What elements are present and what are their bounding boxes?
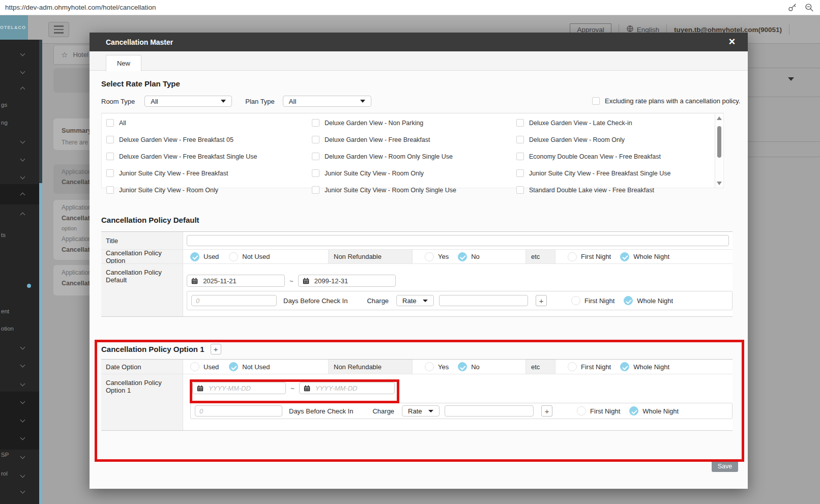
not-used-radio[interactable] [229,252,238,261]
brand-logo[interactable]: OTEL&CO [0,15,28,40]
option1-charge-value-input[interactable] [445,405,534,417]
date-to-field[interactable] [298,275,396,287]
calendar-icon [303,277,309,285]
sidebar-item-fragment[interactable]: rol [1,470,8,477]
option1-date-to-field[interactable] [299,382,395,394]
rate-plan-checkbox[interactable] [312,153,319,160]
rate-plan-checkbox[interactable] [312,119,319,127]
rate-plan-checkbox[interactable] [516,186,524,194]
policy-default-heading: Cancellation Policy Default [101,216,199,224]
charge-value-input[interactable] [439,295,528,306]
url-text[interactable]: https://dev-adm.ohmyhotel.com/hotel/canc… [5,4,156,11]
sidebar-item-fragment[interactable]: otion [1,325,14,332]
first-night-radio[interactable] [577,406,586,416]
rate-plan-checkbox[interactable] [312,169,319,177]
option1-charge-type-select[interactable]: Rate [402,405,440,417]
tab-new[interactable]: New [106,55,141,71]
rate-plan-checkbox[interactable] [106,119,114,127]
non-refundable-label: Non Refundable [328,360,413,374]
charge-type-select[interactable]: Rate [396,295,434,306]
add-charge-row-button[interactable]: + [536,295,547,306]
browser-url-bar: https://dev-adm.ohmyhotel.com/hotel/canc… [0,0,820,15]
date-from-input[interactable] [202,277,280,285]
scroll-thumb[interactable] [717,126,721,158]
rate-plan-checkbox[interactable] [106,153,114,160]
rate-plan-filters: Room Type All Plan Type All [101,96,371,107]
not-used-radio[interactable] [229,362,238,371]
yes-radio[interactable] [425,362,434,371]
rate-plan-checkbox[interactable] [312,136,319,143]
date-to-input[interactable] [313,277,391,285]
sidebar-item-fragment[interactable]: ts [1,232,6,238]
date-option-row: Date Option Used Not Used Non Refundable… [101,360,733,374]
plan-type-label: Plan Type [245,98,275,105]
title-row: Title [101,232,733,249]
sidebar-item-fragment[interactable]: ng [1,120,8,126]
used-radio[interactable] [190,362,199,371]
calendar-icon [304,384,310,392]
rate-plan-row: Deluxe Garden View - Free Breakfast 05 D… [102,132,723,147]
date-from-field[interactable] [187,275,285,287]
option1-date-from-input[interactable] [208,384,281,393]
modal-title: Cancellation Master [106,38,173,46]
sidebar-edge-strip-teal [39,183,42,504]
room-type-select[interactable]: All [144,96,232,107]
no-radio[interactable] [458,362,467,371]
rate-plan-row: Junior Suite City View - Room Only Junio… [102,183,723,197]
whole-night-radio[interactable] [629,406,638,416]
rate-plan-checkbox[interactable] [516,169,524,177]
yes-radio[interactable] [425,252,434,261]
bg-divider [748,68,820,68]
first-night-radio[interactable] [571,296,580,305]
rate-plan-checkbox[interactable] [516,153,524,160]
rate-plan-checkbox[interactable] [516,119,524,127]
hamburger-menu-button[interactable] [48,22,69,37]
used-radio[interactable] [190,252,199,261]
scroll-down-icon[interactable] [717,182,722,185]
rate-plan-checkbox[interactable] [516,136,524,143]
scrollbar[interactable] [715,114,723,188]
sidebar-item-fragment[interactable]: SP [1,452,9,458]
key-icon[interactable] [786,2,798,13]
screen: https://dev-adm.ohmyhotel.com/hotel/canc… [0,0,820,504]
save-button[interactable]: Save [712,460,738,472]
option1-charge-row: Days Before Check In Charge Rate + First… [190,403,733,419]
policy-option1-table: Date Option Used Not Used Non Refundable… [101,359,733,431]
sidebar-item-fragment[interactable]: ent [1,308,9,314]
rate-plan-checkbox[interactable] [312,186,319,194]
favorite-star-icon[interactable] [61,50,68,60]
rate-plan-list: All Deluxe Garden View - Non Parking Del… [101,113,724,188]
policy-option1-detail-row: Cancellation Policy Option 1 ~ [101,374,733,430]
no-radio[interactable] [458,252,467,261]
rate-plan-checkbox[interactable] [106,186,114,194]
title-label: Title [101,232,183,249]
modal-header: Cancellation Master [90,33,748,51]
excluding-checkbox[interactable] [592,97,600,105]
option1-date-from-field[interactable] [192,382,286,394]
bg-divider [748,157,820,157]
option1-date-to-input[interactable] [314,384,390,393]
first-night-radio[interactable] [568,252,577,261]
rate-plan-checkbox[interactable] [106,136,114,143]
rate-plan-checkbox[interactable] [106,169,114,177]
policy-option1-heading-row: Cancellation Policy Option 1 + [101,344,221,354]
first-night-radio[interactable] [568,362,577,371]
plan-type-select[interactable]: All [283,96,371,107]
notification-dot [27,284,31,288]
whole-night-radio[interactable] [620,362,629,371]
close-icon[interactable] [724,34,740,49]
sidebar-edge-strip [39,40,42,183]
excluding-rate-plans: Excluding rate plans with a cancellation… [592,97,740,105]
cancellation-master-modal: Cancellation Master New Select Rate Plan… [90,33,748,489]
sidebar-item-fragment[interactable]: gs [1,102,7,108]
option1-days-input[interactable] [195,405,282,417]
whole-night-radio[interactable] [620,252,629,261]
zoom-out-icon[interactable] [804,2,815,13]
whole-night-radio[interactable] [624,296,633,305]
scroll-up-icon[interactable] [717,116,722,120]
title-input[interactable] [187,235,729,246]
days-input[interactable] [191,295,277,306]
bg-divider [748,141,820,142]
option1-add-charge-row-button[interactable]: + [541,405,552,417]
add-policy-option-button[interactable]: + [211,344,221,354]
